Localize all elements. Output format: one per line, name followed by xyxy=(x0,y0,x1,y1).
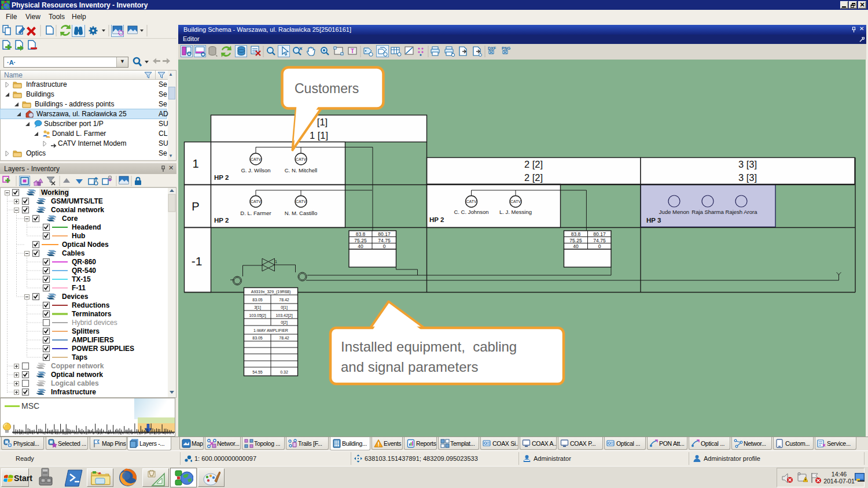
svg-text:PNG: PNG xyxy=(502,46,511,50)
svg-text:Raja Sharma: Raja Sharma xyxy=(692,209,724,215)
svg-text:1 [1]: 1 [1] xyxy=(310,130,328,141)
svg-text:0[1]: 0[1] xyxy=(281,305,288,310)
svg-text:DXF: DXF xyxy=(488,46,496,50)
svg-text:Cables: Cables xyxy=(62,249,85,257)
svg-text:CATV: CATV xyxy=(251,199,261,204)
svg-text:74.75: 74.75 xyxy=(593,238,606,243)
svg-text:0: 0 xyxy=(383,243,386,249)
svg-text:75.25: 75.25 xyxy=(569,238,582,243)
svg-text:74.75: 74.75 xyxy=(378,238,391,243)
svg-text:Coaxial network: Coaxial network xyxy=(51,206,104,214)
svg-text:Reductions: Reductions xyxy=(72,301,110,309)
svg-text:L. J. Messing: L. J. Messing xyxy=(499,209,532,215)
svg-text:GSM/UMTS/LTE: GSM/UMTS/LTE xyxy=(51,197,103,205)
svg-text:78.42: 78.42 xyxy=(279,298,289,302)
svg-text:C. N. Mitchell: C. N. Mitchell xyxy=(285,167,317,173)
svg-text:CATV: CATV xyxy=(510,199,521,204)
svg-text:HP 3: HP 3 xyxy=(646,217,661,224)
svg-text:QR-860: QR-860 xyxy=(72,258,96,266)
svg-text:[1]: [1] xyxy=(317,117,328,127)
svg-text:HP 2: HP 2 xyxy=(214,217,229,224)
svg-text:Jude Menon: Jude Menon xyxy=(659,209,689,215)
svg-text:P: P xyxy=(192,200,199,213)
svg-text:and signal parameters: and signal parameters xyxy=(341,359,478,375)
svg-text:C. C. Johnson: C. C. Johnson xyxy=(454,209,488,215)
svg-text:83.8: 83.8 xyxy=(571,231,581,237)
svg-text:Taps: Taps xyxy=(72,353,87,361)
svg-text:CATV: CATV xyxy=(296,199,306,204)
svg-text:80.17: 80.17 xyxy=(593,231,606,237)
svg-text:1: 1 xyxy=(192,157,198,170)
svg-text:3 [3]: 3 [3] xyxy=(738,172,757,183)
svg-text:POWER SUPPLIES: POWER SUPPLIES xyxy=(72,345,134,353)
svg-text:Splitters: Splitters xyxy=(72,327,100,335)
svg-text:0.32: 0.32 xyxy=(280,370,288,374)
svg-text:Headend: Headend xyxy=(72,223,101,231)
svg-text:A9319x_329_(19R68): A9319x_329_(19R68) xyxy=(251,290,291,294)
svg-text:CATV: CATV xyxy=(466,199,476,204)
svg-text:Terminators: Terminators xyxy=(72,310,112,318)
svg-text:Rajesh Arora: Rajesh Arora xyxy=(726,209,758,215)
svg-text:Copper network: Copper network xyxy=(51,362,104,370)
svg-text:F-11: F-11 xyxy=(72,284,86,292)
svg-text:G. J. Wilson: G. J. Wilson xyxy=(241,167,270,173)
svg-text:83.05: 83.05 xyxy=(252,298,263,302)
svg-text:0: 0 xyxy=(598,243,601,249)
svg-text:Optical network: Optical network xyxy=(51,371,103,379)
svg-text:QR-540: QR-540 xyxy=(72,267,96,275)
svg-text:D. L. Farmer: D. L. Farmer xyxy=(240,210,271,216)
svg-text:3[1]: 3[1] xyxy=(254,305,261,310)
svg-text:Infrastructure: Infrastructure xyxy=(51,388,96,396)
svg-text:Installed equipment, cabling: Installed equipment, cabling xyxy=(341,339,517,354)
svg-text:Logical cables: Logical cables xyxy=(51,379,99,387)
svg-text:HP 2: HP 2 xyxy=(429,216,444,223)
svg-text:3 [3]: 3 [3] xyxy=(738,159,757,169)
svg-text:-1: -1 xyxy=(192,254,203,268)
svg-text:54.55: 54.55 xyxy=(252,370,263,374)
svg-text:N. M. Castillo: N. M. Castillo xyxy=(285,210,317,216)
svg-text:40: 40 xyxy=(573,243,579,249)
svg-text:AMPLIFIERS: AMPLIFIERS xyxy=(72,336,114,344)
svg-text:103.05[2]: 103.05[2] xyxy=(249,313,266,318)
svg-text:80.17: 80.17 xyxy=(378,231,391,237)
svg-text:40: 40 xyxy=(358,243,363,249)
svg-text:83.05: 83.05 xyxy=(252,336,263,340)
svg-text:Optical Nodes: Optical Nodes xyxy=(62,241,109,249)
svg-text:1: 1 xyxy=(275,260,277,264)
svg-text:Core: Core xyxy=(62,215,78,223)
svg-text:TX-15: TX-15 xyxy=(72,275,91,283)
svg-text:CATV: CATV xyxy=(251,157,261,161)
svg-text:Hub: Hub xyxy=(72,232,85,240)
svg-text:2 [2]: 2 [2] xyxy=(524,159,543,169)
svg-text:1-WAY AMPLIFIER: 1-WAY AMPLIFIER xyxy=(253,328,288,332)
svg-text:103.42[2]: 103.42[2] xyxy=(275,313,292,318)
svg-text:83.8: 83.8 xyxy=(356,231,366,237)
svg-text:Devices: Devices xyxy=(62,293,89,301)
svg-text:78.42: 78.42 xyxy=(279,336,289,340)
svg-text:HP 2: HP 2 xyxy=(214,174,229,181)
svg-text:2 [2]: 2 [2] xyxy=(524,172,543,183)
svg-text:CATV: CATV xyxy=(296,157,306,161)
svg-text:Hybrid devices: Hybrid devices xyxy=(72,319,117,327)
svg-text:Working: Working xyxy=(41,188,69,197)
svg-text:T: T xyxy=(351,48,354,54)
svg-text:75.25: 75.25 xyxy=(354,238,367,243)
svg-text:Customers: Customers xyxy=(295,81,359,96)
svg-text:0[2]: 0[2] xyxy=(281,320,288,325)
